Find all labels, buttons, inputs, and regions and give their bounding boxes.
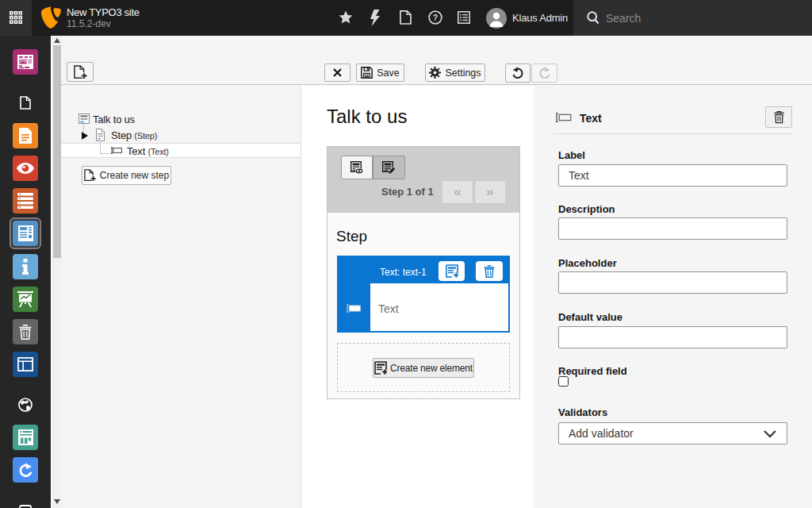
svg-text:?: ?	[433, 13, 438, 22]
